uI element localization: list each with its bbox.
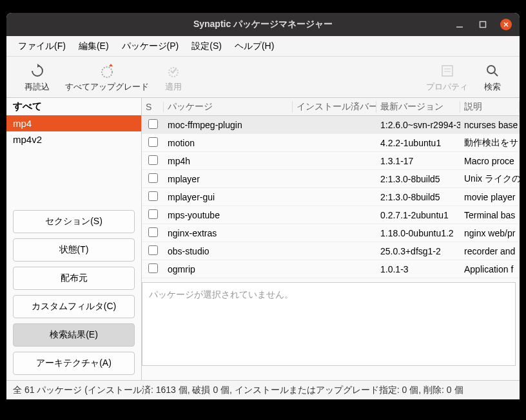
latest-version: 4.2.2-1ubuntu1 bbox=[376, 138, 460, 148]
minimize-button[interactable] bbox=[454, 19, 465, 30]
status-checkbox[interactable] bbox=[142, 209, 164, 221]
menubar: ファイル(F) 編集(E) パッケージ(P) 設定(S) ヘルプ(H) bbox=[6, 36, 520, 57]
package-name: ogmrip bbox=[164, 264, 293, 274]
package-description: 動作検出をサ bbox=[460, 137, 520, 149]
search-icon bbox=[483, 62, 502, 80]
table-row[interactable]: mplayer-gui2:1.3.0-8build5movie player bbox=[142, 188, 520, 206]
sidebar-buttons: セクション(S) 状態(T) 配布元 カスタムフィルタ(C) 検索結果(E) ア… bbox=[6, 205, 141, 380]
package-rows: moc-ffmpeg-plugin1:2.6.0~svn-r2994-3ncur… bbox=[142, 116, 520, 278]
reload-label: 再読込 bbox=[24, 81, 50, 93]
app-window: Synaptic パッケージマネージャー ファイル(F) 編集(E) パッケージ… bbox=[6, 13, 520, 399]
package-name: mplayer-gui bbox=[164, 192, 293, 202]
latest-version: 0.2.7.1-2ubuntu1 bbox=[376, 210, 460, 220]
col-latest[interactable]: 最新バージョン bbox=[376, 101, 460, 113]
table-row[interactable]: mp4h1.3.1-17Macro proce bbox=[142, 152, 520, 170]
table-row[interactable]: nginx-extras1.18.0-0ubuntu1.2nginx web/p… bbox=[142, 224, 520, 242]
package-name: obs-studio bbox=[164, 246, 293, 256]
properties-icon bbox=[438, 62, 456, 80]
package-name: moc-ffmpeg-plugin bbox=[164, 120, 293, 130]
package-description: Macro proce bbox=[460, 156, 520, 166]
statusbar: 全 61 パッケージ (インストール済: 1613 個, 破損 0 個, インス… bbox=[6, 380, 520, 399]
tree-mp4[interactable]: mp4 bbox=[6, 115, 141, 131]
menu-settings[interactable]: 設定(S) bbox=[185, 38, 228, 55]
apply-label: 適用 bbox=[165, 81, 182, 93]
package-description: nginx web/pr bbox=[460, 228, 520, 238]
sections-button[interactable]: セクション(S) bbox=[13, 210, 135, 233]
status-checkbox[interactable] bbox=[142, 263, 164, 275]
table-row[interactable]: ogmrip1.0.1-3Application f bbox=[142, 260, 520, 278]
col-package[interactable]: パッケージ bbox=[164, 101, 293, 113]
latest-version: 1.0.1-3 bbox=[376, 264, 460, 274]
status-checkbox[interactable] bbox=[142, 155, 164, 167]
svg-point-4 bbox=[102, 67, 112, 77]
package-name: motion bbox=[164, 138, 293, 148]
table-row[interactable]: mplayer2:1.3.0-8build5Unix ライクの bbox=[142, 170, 520, 188]
properties-label: プロパティ bbox=[426, 81, 468, 93]
apply-button: 適用 bbox=[157, 59, 190, 95]
table-row[interactable]: mps-youtube0.2.7.1-2ubuntu1Terminal bas bbox=[142, 206, 520, 224]
status-checkbox[interactable] bbox=[142, 173, 164, 185]
package-list-header: S パッケージ インストール済バー 最新バージョン 説明 bbox=[142, 98, 520, 116]
col-status[interactable]: S bbox=[142, 102, 164, 112]
package-description: recorder and bbox=[460, 246, 520, 256]
window-controls bbox=[454, 19, 512, 30]
search-label: 検索 bbox=[484, 81, 501, 93]
latest-version: 1:2.6.0~svn-r2994-3 bbox=[376, 120, 460, 130]
package-name: mplayer bbox=[164, 174, 293, 184]
latest-version: 25.0.3+dfsg1-2 bbox=[376, 246, 460, 256]
package-description: ncurses base bbox=[460, 120, 520, 130]
package-description: Terminal bas bbox=[460, 210, 520, 220]
table-row[interactable]: moc-ffmpeg-plugin1:2.6.0~svn-r2994-3ncur… bbox=[142, 116, 520, 134]
menu-edit[interactable]: 編集(E) bbox=[72, 38, 115, 55]
search-button[interactable]: 検索 bbox=[476, 59, 509, 95]
titlebar: Synaptic パッケージマネージャー bbox=[6, 13, 520, 36]
package-detail-pane: パッケージが選択されていません。 bbox=[142, 282, 516, 366]
latest-version: 1.3.1-17 bbox=[376, 156, 460, 166]
main-area: すべて mp4 mp4v2 セクション(S) 状態(T) 配布元 カスタムフィル… bbox=[6, 98, 520, 380]
status-text: 全 61 パッケージ (インストール済: 1613 個, 破損 0 個, インス… bbox=[13, 385, 463, 396]
status-checkbox[interactable] bbox=[142, 227, 164, 239]
tree-all[interactable]: すべて bbox=[6, 98, 141, 115]
menu-file[interactable]: ファイル(F) bbox=[12, 38, 72, 55]
properties-button: プロパティ bbox=[418, 59, 476, 95]
content-area: S パッケージ インストール済バー 最新バージョン 説明 moc-ffmpeg-… bbox=[142, 98, 520, 380]
toolbar: 再読込 すべてアップグレード 適用 プロパティ 検索 bbox=[6, 57, 520, 98]
status-checkbox[interactable] bbox=[142, 191, 164, 203]
detail-empty-text: パッケージが選択されていません。 bbox=[149, 289, 293, 300]
reload-button[interactable]: 再読込 bbox=[17, 59, 57, 95]
menu-help[interactable]: ヘルプ(H) bbox=[228, 38, 280, 55]
window-title: Synaptic パッケージマネージャー bbox=[13, 19, 513, 30]
status-checkbox[interactable] bbox=[142, 119, 164, 131]
filter-tree: すべて mp4 mp4v2 bbox=[6, 98, 141, 205]
status-checkbox[interactable] bbox=[142, 137, 164, 149]
latest-version: 2:1.3.0-8build5 bbox=[376, 192, 460, 202]
tree-mp4v2[interactable]: mp4v2 bbox=[6, 131, 141, 148]
svg-line-10 bbox=[494, 73, 498, 76]
upgrade-all-label: すべてアップグレード bbox=[65, 81, 149, 93]
package-description: Application f bbox=[460, 264, 520, 274]
search-results-button[interactable]: 検索結果(E) bbox=[13, 323, 135, 347]
maximize-button[interactable] bbox=[477, 19, 489, 30]
table-row[interactable]: obs-studio25.0.3+dfsg1-2recorder and bbox=[142, 242, 520, 260]
svg-rect-1 bbox=[480, 22, 486, 28]
close-button[interactable] bbox=[500, 19, 512, 30]
col-description[interactable]: 説明 bbox=[460, 101, 520, 113]
apply-icon bbox=[164, 62, 182, 80]
col-installed[interactable]: インストール済バー bbox=[293, 101, 376, 113]
package-description: Unix ライクの bbox=[460, 173, 520, 185]
table-row[interactable]: motion4.2.2-1ubuntu1動作検出をサ bbox=[142, 134, 520, 152]
reload-icon bbox=[28, 62, 46, 80]
package-description: movie player bbox=[460, 192, 520, 202]
svg-point-9 bbox=[487, 66, 495, 73]
sidebar: すべて mp4 mp4v2 セクション(S) 状態(T) 配布元 カスタムフィル… bbox=[6, 98, 142, 380]
latest-version: 1.18.0-0ubuntu1.2 bbox=[376, 228, 460, 238]
status-button[interactable]: 状態(T) bbox=[13, 238, 135, 262]
custom-filter-button[interactable]: カスタムフィルタ(C) bbox=[13, 295, 135, 318]
architecture-button[interactable]: アーキテクチャ(A) bbox=[13, 352, 135, 375]
status-checkbox[interactable] bbox=[142, 245, 164, 257]
origin-button[interactable]: 配布元 bbox=[13, 267, 135, 290]
menu-package[interactable]: パッケージ(P) bbox=[115, 38, 186, 55]
upgrade-all-button[interactable]: すべてアップグレード bbox=[57, 59, 157, 95]
package-name: mp4h bbox=[164, 156, 293, 166]
latest-version: 2:1.3.0-8build5 bbox=[376, 174, 460, 184]
